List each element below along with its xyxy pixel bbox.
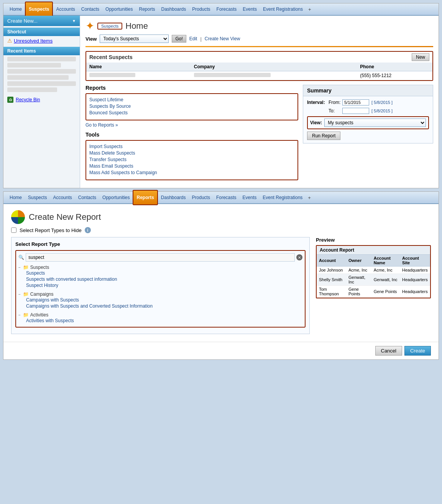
report-link-0[interactable]: Suspect Lifetime <box>89 97 294 102</box>
nav-reports[interactable]: Reports <box>136 3 158 15</box>
col-name: Name <box>86 63 191 71</box>
create-new-button[interactable]: Create New... ▼ <box>3 16 80 26</box>
hide-types-checkbox[interactable] <box>11 227 16 233</box>
to-label: To: <box>329 108 340 114</box>
preview-site-0: Headquarters <box>400 267 430 274</box>
run-report-button[interactable]: Run Report <box>307 132 340 140</box>
collapse-activities-icon[interactable]: − <box>18 313 21 317</box>
tree-leaf-suspect-history[interactable]: Suspect History <box>26 282 302 288</box>
recent-suspects-title: Recent Suspects <box>89 54 133 60</box>
summary-view-select[interactable]: My suspects <box>324 119 426 127</box>
bnav-home[interactable]: Home <box>7 191 25 204</box>
search-row: 🔍 ✕ <box>18 253 302 262</box>
view-select[interactable]: Today's Suspects <box>100 35 169 43</box>
hide-types-label: Select Report Types to Hide <box>20 227 82 233</box>
nav-event-registrations[interactable]: Event Registrations <box>260 3 306 15</box>
tree-folder-campaigns[interactable]: − 📁 Campaigns <box>18 292 302 297</box>
goto-reports[interactable]: Go to Reports » <box>85 122 298 128</box>
goto-reports-link[interactable]: Go to Reports » <box>85 122 118 128</box>
suspects-table: Name Company Phone (555) 555-1212 <box>86 63 432 80</box>
preview-row-0: Joe Johnson Acme, Inc Acme, Inc Headquar… <box>317 267 430 274</box>
nav-products[interactable]: Products <box>189 3 213 15</box>
nav-contacts[interactable]: Contacts <box>78 3 102 15</box>
tool-link-1[interactable]: Mass Delete Suspects <box>89 150 294 156</box>
summary-view-row: View: My suspects <box>307 116 429 129</box>
tool-link-2[interactable]: Transfer Suspects <box>89 157 294 162</box>
orange-divider <box>85 46 433 47</box>
bnav-event-registrations[interactable]: Event Registrations <box>260 191 306 204</box>
unresolved-items-link[interactable]: Unresolved Items <box>14 38 53 44</box>
tree-leaf-campaigns-converted[interactable]: Campaigns with Suspects and Converted Su… <box>26 303 302 309</box>
preview-site-2: Headquarters <box>400 286 430 298</box>
go-button[interactable]: Go! <box>172 35 186 43</box>
activities-folder-label: Activities <box>30 312 48 318</box>
tree-folder-activities[interactable]: − 📁 Activities <box>18 312 302 318</box>
bnav-forecasts[interactable]: Forecasts <box>213 191 240 204</box>
two-col-layout: Reports Suspect Lifetime Suspects By Sou… <box>85 85 433 184</box>
tree-leaf-suspects-converted[interactable]: Suspects with converted suspect informat… <box>26 276 302 282</box>
select-type-title: Select Report Type <box>15 241 306 247</box>
bnav-plus[interactable]: + <box>306 195 313 201</box>
reports-section: Reports Suspect Lifetime Suspects By Sou… <box>85 85 298 128</box>
tool-link-3[interactable]: Mass Email Suspects <box>89 163 294 169</box>
search-icon: 🔍 <box>18 255 24 260</box>
nav-opportunities[interactable]: Opportunities <box>102 3 136 15</box>
nav-home[interactable]: Home <box>7 3 25 15</box>
cancel-button[interactable]: Cancel <box>375 346 402 356</box>
to-date-link[interactable]: [ 5/8/2015 ] <box>371 109 393 113</box>
from-label: From: <box>329 100 340 105</box>
bnav-reports[interactable]: Reports <box>133 190 158 205</box>
new-suspect-button[interactable]: New <box>412 53 429 61</box>
campaigns-folder-label: Campaigns <box>30 292 54 297</box>
app-logo <box>11 210 25 224</box>
info-icon[interactable]: i <box>85 227 91 233</box>
edit-view-link[interactable]: Edit <box>189 36 197 41</box>
create-new-view-link[interactable]: Create New View <box>205 36 240 41</box>
tree-leaf-campaigns-suspects[interactable]: Campaigns with Suspects <box>26 297 302 303</box>
nav-suspects[interactable]: Suspects <box>25 2 53 17</box>
clear-search-button[interactable]: ✕ <box>296 254 302 260</box>
report-link-1[interactable]: Suspects By Source <box>89 104 294 109</box>
tool-link-0[interactable]: Import Suspects <box>89 144 294 149</box>
col-right: Summary Interval: From: [ 5/8/2015 ] To: <box>303 85 433 184</box>
nav-accounts[interactable]: Accounts <box>53 3 78 15</box>
bnav-dashboards[interactable]: Dashboards <box>158 191 189 204</box>
nav-plus[interactable]: + <box>306 7 314 12</box>
from-date-link[interactable]: [ 5/8/2015 ] <box>371 100 393 105</box>
nav-events[interactable]: Events <box>240 3 260 15</box>
collapse-suspects-icon[interactable]: − <box>18 265 21 270</box>
preview-account-2: Tom Thompson <box>317 286 346 298</box>
report-link-2[interactable]: Bounced Suspects <box>89 110 294 115</box>
collapse-campaigns-icon[interactable]: − <box>18 292 21 296</box>
from-date-input[interactable] <box>342 99 369 105</box>
bnav-opportunities[interactable]: Opportunities <box>99 191 133 204</box>
report-search-input[interactable] <box>26 253 295 262</box>
tree-leaf-activities-suspects[interactable]: Activities with Suspects <box>26 318 302 324</box>
preview-owner-2: Gene Points <box>346 286 371 298</box>
recent-item <box>7 57 76 61</box>
preview-title: Preview <box>316 237 431 243</box>
bnav-events[interactable]: Events <box>240 191 260 204</box>
bnav-products[interactable]: Products <box>189 191 213 204</box>
nav-forecasts[interactable]: Forecasts <box>214 3 240 15</box>
tool-link-4[interactable]: Mass Add Suspects to Campaign <box>89 170 294 175</box>
create-button[interactable]: Create <box>404 346 431 356</box>
recycle-bin-link[interactable]: Recycle Bin <box>16 97 40 102</box>
col-company: Company <box>191 63 357 71</box>
campaigns-children: Campaigns with Suspects Campaigns with S… <box>26 297 302 309</box>
shortcut-section-title: Shortcut <box>3 28 80 36</box>
to-date-input[interactable] <box>342 108 369 114</box>
tree-folder-suspects[interactable]: − 📁 Suspects <box>18 265 302 270</box>
checkbox-row: Select Report Types to Hide i <box>3 227 439 237</box>
preview-col-account: Account <box>317 255 346 267</box>
unresolved-items-item[interactable]: ⚠ Unresolved Items <box>3 36 80 45</box>
bnav-contacts[interactable]: Contacts <box>75 191 99 204</box>
main-area: ✦ Suspects Home View Today's Suspects Go… <box>80 16 439 188</box>
preview-table: Account Owner Account Name Account Site … <box>317 255 430 298</box>
bnav-suspects[interactable]: Suspects <box>25 191 50 204</box>
recycle-bin-item[interactable]: ♻ Recycle Bin <box>3 94 80 105</box>
bnav-accounts[interactable]: Accounts <box>50 191 75 204</box>
nav-dashboards[interactable]: Dashboards <box>158 3 189 15</box>
top-content: Create New... ▼ Shortcut ⚠ Unresolved It… <box>3 16 439 188</box>
tree-leaf-suspects[interactable]: Suspects <box>26 270 302 276</box>
